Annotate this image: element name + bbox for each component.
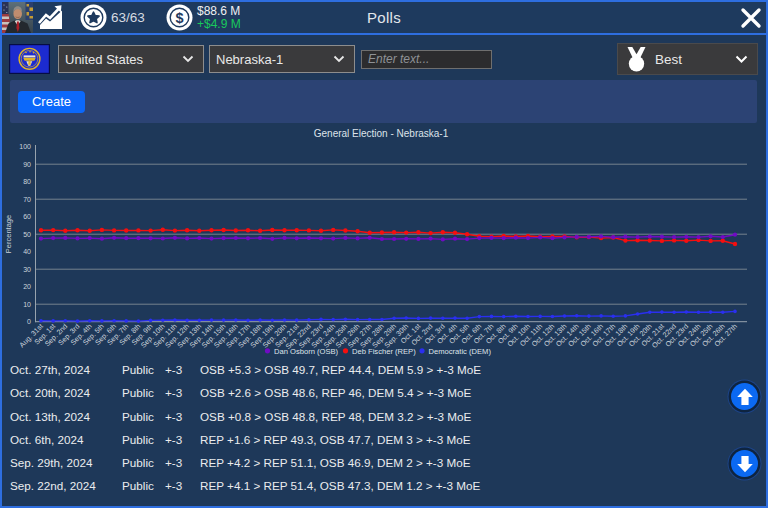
svg-text:60: 60 (23, 213, 31, 220)
svg-text:Dan Osborn (OSB): Dan Osborn (OSB) (274, 347, 339, 356)
svg-text:40: 40 (23, 248, 31, 255)
svg-text:30: 30 (23, 266, 31, 273)
svg-text:100: 100 (19, 143, 31, 150)
svg-text:20: 20 (23, 283, 31, 290)
svg-text:Deb Fischer (REP): Deb Fischer (REP) (352, 347, 416, 356)
svg-text:General Election - Nebraska-1: General Election - Nebraska-1 (314, 128, 449, 139)
svg-text:50: 50 (23, 231, 31, 238)
svg-text:80: 80 (23, 178, 31, 185)
svg-text:0: 0 (27, 318, 31, 325)
svg-text:$: $ (175, 10, 183, 26)
svg-text:Democratic (DEM): Democratic (DEM) (429, 347, 492, 356)
svg-text:90: 90 (23, 161, 31, 168)
svg-text:70: 70 (23, 196, 31, 203)
svg-text:10: 10 (23, 301, 31, 308)
svg-text:Percentage: Percentage (4, 215, 13, 253)
